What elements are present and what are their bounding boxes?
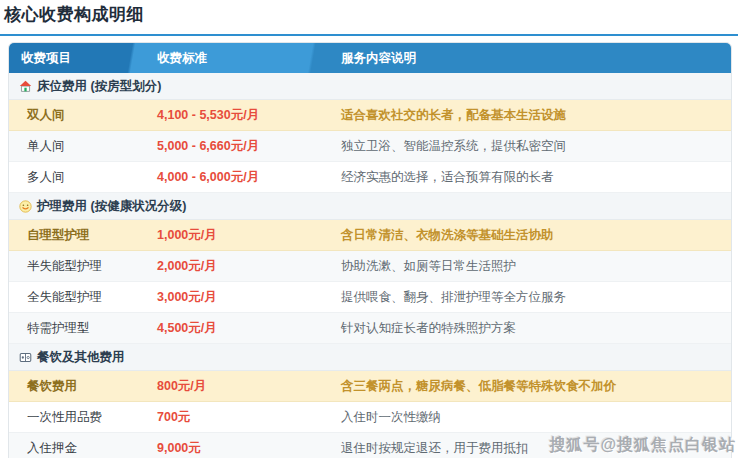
fee-service-description: 独立卫浴、智能温控系统，提供私密空间: [333, 138, 731, 155]
section-title: 餐饮及其他费用: [37, 349, 125, 366]
table-row: 餐饮费用 800元/月 含三餐两点，糖尿病餐、低脂餐等特殊饮食不加价: [9, 371, 731, 402]
section-title: 床位费用 (按房型划分): [37, 78, 161, 95]
fee-item-label: 一次性用品费: [9, 409, 149, 426]
fee-item-label: 特需护理型: [9, 320, 149, 337]
fee-item-label: 入住押金: [9, 440, 149, 457]
fee-service-description: 含三餐两点，糖尿病餐、低脂餐等特殊饮食不加价: [333, 378, 731, 395]
fee-item-label: 双人间: [9, 107, 149, 124]
fee-price-value: 700元: [149, 409, 333, 426]
fee-service-description: 协助洗漱、如厕等日常生活照护: [333, 258, 731, 275]
fee-item-label: 半失能型护理: [9, 258, 149, 275]
fee-item-label: 多人间: [9, 169, 149, 186]
header-fee-item: 收费项目: [9, 50, 149, 67]
fee-item-label: 餐饮费用: [9, 378, 149, 395]
fee-item-label: 自理型护理: [9, 227, 149, 244]
fee-item-label: 全失能型护理: [9, 289, 149, 306]
fee-service-description: 经济实惠的选择，适合预算有限的长者: [333, 169, 731, 186]
fee-table: 收费项目 收费标准 服务内容说明 床位费用 (按房型划分) 双人间 4,100 …: [8, 42, 732, 458]
fee-price-value: 800元/月: [149, 378, 333, 395]
section-header-row: 护理费用 (按健康状况分级): [9, 193, 731, 220]
section-header-row: 床位费用 (按房型划分): [9, 73, 731, 100]
fee-service-description: 入住时一次性缴纳: [333, 409, 731, 426]
table-row: 单人间 5,000 - 6,660元/月 独立卫浴、智能温控系统，提供私密空间: [9, 131, 731, 162]
table-header-row: 收费项目 收费标准 服务内容说明: [9, 43, 731, 73]
table-body: 床位费用 (按房型划分) 双人间 4,100 - 5,530元/月 适合喜欢社交…: [9, 73, 731, 458]
page-title: 核心收费构成明细: [4, 3, 740, 26]
fee-service-description: 适合喜欢社交的长者，配备基本生活设施: [333, 107, 731, 124]
watermark: 搜狐号@搜狐焦点白银站: [549, 435, 736, 456]
fee-price-value: 2,000元/月: [149, 258, 333, 275]
table-row: 多人间 4,000 - 6,000元/月 经济实惠的选择，适合预算有限的长者: [9, 162, 731, 193]
house-icon: [19, 80, 32, 93]
fee-price-value: 3,000元/月: [149, 289, 333, 306]
table-row: 特需护理型 4,500元/月 针对认知症长者的特殊照护方案: [9, 313, 731, 344]
table-row: 双人间 4,100 - 5,530元/月 适合喜欢社交的长者，配备基本生活设施: [9, 100, 731, 131]
section-title: 护理费用 (按健康状况分级): [37, 198, 186, 215]
fee-price-value: 9,000元: [149, 440, 333, 457]
fee-price-value: 1,000元/月: [149, 227, 333, 244]
header-fee-standard: 收费标准: [149, 50, 333, 67]
title-underline: [0, 34, 738, 36]
fee-service-description: 提供喂食、翻身、排泄护理等全方位服务: [333, 289, 731, 306]
fee-price-value: 4,000 - 6,000元/月: [149, 169, 333, 186]
table-row: 自理型护理 1,000元/月 含日常清洁、衣物洗涤等基础生活协助: [9, 220, 731, 251]
meal-icon: [19, 351, 32, 364]
page: 核心收费构成明细 收费项目 收费标准 服务内容说明 床位费用 (按房型划分) 双…: [0, 0, 740, 458]
header-service-description: 服务内容说明: [333, 50, 731, 67]
table-row: 一次性用品费 700元 入住时一次性缴纳: [9, 402, 731, 433]
section-header-row: 餐饮及其他费用: [9, 344, 731, 371]
table-row: 半失能型护理 2,000元/月 协助洗漱、如厕等日常生活照护: [9, 251, 731, 282]
fee-item-label: 单人间: [9, 138, 149, 155]
fee-price-value: 4,500元/月: [149, 320, 333, 337]
fee-service-description: 针对认知症长者的特殊照护方案: [333, 320, 731, 337]
smiley-icon: [19, 200, 32, 213]
fee-service-description: 含日常清洁、衣物洗涤等基础生活协助: [333, 227, 731, 244]
table-row: 全失能型护理 3,000元/月 提供喂食、翻身、排泄护理等全方位服务: [9, 282, 731, 313]
fee-price-value: 4,100 - 5,530元/月: [149, 107, 333, 124]
fee-price-value: 5,000 - 6,660元/月: [149, 138, 333, 155]
